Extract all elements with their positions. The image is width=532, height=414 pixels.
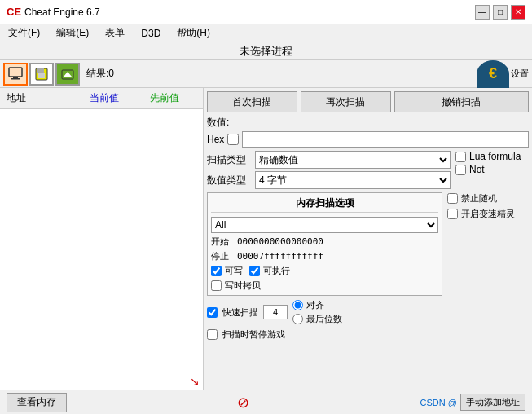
lua-formula-checkbox[interactable] xyxy=(455,152,466,162)
title-controls[interactable]: — □ ✕ xyxy=(475,5,525,20)
menu-bar: 文件(F) 编辑(E) 表单 D3D 帮助(H) xyxy=(0,24,532,42)
col-address: 地址 xyxy=(0,90,83,107)
data-type-select[interactable]: 4 字节 xyxy=(255,171,451,189)
ce-logo: € xyxy=(477,60,509,88)
menu-d3d[interactable]: D3D xyxy=(136,26,165,41)
align-label: 对齐 xyxy=(306,299,324,311)
copy-on-write-row: 写时拷贝 xyxy=(211,280,438,292)
hex-checkbox[interactable] xyxy=(227,134,239,145)
menu-edit[interactable]: 编辑(E) xyxy=(51,24,94,42)
data-type-label: 数值类型 xyxy=(207,174,252,187)
resize-arrow-icon[interactable]: ↘ xyxy=(190,375,200,388)
last-digit-radio-row: 最后位数 xyxy=(292,313,342,325)
writable-label: 可写 xyxy=(225,265,243,277)
memory-region-select[interactable]: All xyxy=(211,217,438,233)
minimize-button[interactable]: — xyxy=(475,5,490,20)
type-options: 扫描类型 精确数值 数值类型 4 字节 Lua formula xyxy=(207,151,529,189)
data-type-row: 数值类型 4 字节 xyxy=(207,171,451,189)
value-input[interactable] xyxy=(242,131,529,148)
pause-row: 扫描时暂停游戏 xyxy=(207,328,529,341)
close-button[interactable]: ✕ xyxy=(511,5,525,20)
menu-file[interactable]: 文件(F) xyxy=(3,24,45,42)
pause-checkbox[interactable] xyxy=(207,329,218,340)
writable-row: 可写 xyxy=(211,265,243,277)
toolbar: 结果:0 € 设置 xyxy=(0,60,532,88)
memory-options: 内存扫描选项 All 开始 0000000000000000 停止 00007f… xyxy=(207,192,442,296)
value-row: Hex xyxy=(207,131,529,148)
last-digit-label: 最后位数 xyxy=(306,313,342,325)
not-row: Not xyxy=(455,164,529,175)
side-options: 禁止随机 开启变速精灵 xyxy=(447,192,529,296)
copy-on-write-label: 写时拷贝 xyxy=(225,280,261,292)
title-text: Cheat Engine 6.7 xyxy=(24,7,100,18)
writable-checkbox[interactable] xyxy=(211,266,222,276)
col-previous: 先前值 xyxy=(143,90,203,107)
stop-label: 停止 xyxy=(211,250,234,262)
maximize-button[interactable]: □ xyxy=(493,5,508,20)
no-random-checkbox[interactable] xyxy=(447,193,458,204)
scan-type-select[interactable]: 精确数值 xyxy=(255,151,451,169)
align-radio-row: 对齐 xyxy=(292,299,342,311)
copy-on-write-checkbox[interactable] xyxy=(211,280,222,291)
svg-rect-0 xyxy=(9,68,22,77)
align-options: 对齐 最后位数 xyxy=(292,299,342,325)
scan-type-row: 扫描类型 精确数值 xyxy=(207,151,451,169)
first-scan-button[interactable]: 首次扫描 xyxy=(207,91,297,112)
save-icon xyxy=(34,67,49,81)
value-section: 数值: Hex xyxy=(207,116,529,148)
process-title: 未选择进程 xyxy=(240,45,292,57)
not-label: Not xyxy=(469,164,485,175)
stop-value: 00007fffffffffff xyxy=(237,251,323,262)
executable-checkbox[interactable] xyxy=(249,266,260,276)
add-address-button[interactable]: 手动添加地址 xyxy=(460,394,525,411)
result-count: 结果:0 xyxy=(86,67,114,81)
credit-text: CSDN @ xyxy=(420,398,457,407)
process-bar: 未选择进程 xyxy=(0,42,532,60)
bottom-bar: 查看内存 ⊘ CSDN @ 手动添加地址 xyxy=(0,390,532,414)
lua-formula-label: Lua formula xyxy=(469,151,521,162)
fast-scan-checkbox[interactable] xyxy=(207,307,218,318)
speed-wizard-checkbox[interactable] xyxy=(447,209,458,219)
title-bar: CE Cheat Engine 6.7 — □ ✕ xyxy=(0,0,532,24)
svg-rect-4 xyxy=(37,68,44,73)
col-current: 当前值 xyxy=(83,90,143,107)
view-memory-button[interactable]: 查看内存 xyxy=(7,393,67,412)
start-label: 开始 xyxy=(211,236,234,248)
toolbar-load-button[interactable] xyxy=(55,63,80,86)
last-digit-radio[interactable] xyxy=(292,314,303,324)
executable-row: 可执行 xyxy=(249,265,290,277)
resize-indicator: ↘ xyxy=(0,377,203,390)
next-scan-button[interactable]: 再次扫描 xyxy=(301,91,391,112)
align-radio[interactable] xyxy=(292,300,303,310)
svg-rect-5 xyxy=(38,73,45,78)
scan-buttons: 首次扫描 再次扫描 撤销扫描 xyxy=(207,91,529,112)
menu-table[interactable]: 表单 xyxy=(100,24,130,42)
right-panel: 首次扫描 再次扫描 撤销扫描 数值: Hex 扫描类型 精确数值 xyxy=(204,88,532,390)
pause-label: 扫描时暂停游戏 xyxy=(222,328,285,341)
app-icon: CE xyxy=(7,6,20,19)
not-checkbox[interactable] xyxy=(455,165,466,175)
svg-rect-1 xyxy=(13,77,18,78)
table-header: 地址 当前值 先前值 xyxy=(0,88,203,109)
toolbar-open-button[interactable] xyxy=(3,63,28,86)
lua-formula-row: Lua formula xyxy=(455,151,529,162)
no-icon: ⊘ xyxy=(237,394,249,412)
address-list[interactable] xyxy=(0,109,203,377)
speed-wizard-row: 开启变速精灵 xyxy=(447,208,529,220)
menu-help[interactable]: 帮助(H) xyxy=(172,24,215,42)
fast-scan-label: 快速扫描 xyxy=(222,306,258,319)
start-row: 开始 0000000000000000 xyxy=(211,236,438,248)
fast-scan-row: 快速扫描 对齐 最后位数 xyxy=(207,299,529,325)
stop-row: 停止 00007fffffffffff xyxy=(211,250,438,262)
start-value: 0000000000000000 xyxy=(237,236,323,247)
undo-scan-button[interactable]: 撤销扫描 xyxy=(394,91,529,112)
fast-scan-value[interactable] xyxy=(263,305,288,319)
hex-label: Hex xyxy=(207,134,224,145)
executable-label: 可执行 xyxy=(263,265,290,277)
memory-and-side: 内存扫描选项 All 开始 0000000000000000 停止 00007f… xyxy=(207,192,529,296)
value-label: 数值: xyxy=(207,116,529,130)
left-panel: 地址 当前值 先前值 ↘ xyxy=(0,88,204,390)
scan-type-label: 扫描类型 xyxy=(207,153,252,167)
toolbar-save-button[interactable] xyxy=(29,63,54,86)
settings-area: € 设置 xyxy=(477,60,529,88)
